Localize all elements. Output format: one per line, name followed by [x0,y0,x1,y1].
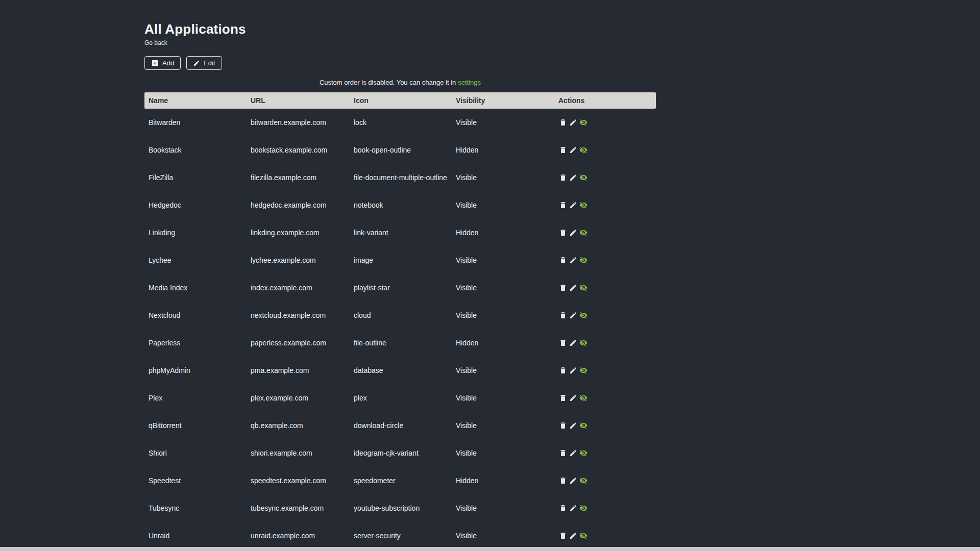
app-visibility: Visible [452,164,554,191]
pencil-icon[interactable] [569,366,577,375]
trash-icon[interactable] [558,504,567,513]
header-name: Name [144,92,247,109]
app-icon-name: playlist-star [350,274,452,302]
header-visibility: Visibility [452,92,554,109]
row-actions [558,361,652,380]
trash-icon[interactable] [558,118,567,127]
pencil-icon[interactable] [569,394,577,403]
pencil-icon[interactable] [569,229,577,237]
app-visibility: Visible [452,439,554,467]
app-icon-name: link-variant [350,219,452,246]
eye-off-icon[interactable] [579,173,587,182]
eye-off-icon[interactable] [579,394,587,403]
app-url: tubesync.example.com [247,494,350,522]
app-url: hedgedoc.example.com [247,191,350,219]
app-url: lychee.example.com [247,246,350,274]
trash-icon[interactable] [558,394,567,403]
app-name: Media Index [144,274,247,302]
trash-icon[interactable] [558,449,567,458]
app-name: Unraid [144,522,247,549]
app-url: speedtest.example.com [247,467,350,494]
eye-off-icon[interactable] [579,504,587,513]
row-actions [558,444,652,462]
row-actions [558,168,652,187]
table-row: Shiori shiori.example.com ideogram-cjk-v… [144,439,656,467]
pencil-icon[interactable] [569,118,577,127]
app-visibility: Visible [452,357,554,384]
app-icon-name: speedometer [350,467,452,494]
table-row: Nextcloud nextcloud.example.com cloud Vi… [144,302,656,329]
table-row: Bookstack bookstack.example.com book-ope… [144,136,656,164]
pencil-icon[interactable] [569,256,577,265]
app-name: qBittorrent [144,412,247,439]
app-name: Hedgedoc [144,191,247,219]
app-url: shiori.example.com [247,439,350,467]
trash-icon[interactable] [558,339,567,347]
app-visibility: Visible [452,302,554,329]
pencil-icon[interactable] [569,477,577,485]
eye-off-icon[interactable] [579,146,587,155]
eye-off-icon[interactable] [579,477,587,485]
app-icon-name: plex [350,384,452,412]
row-actions [558,527,652,545]
app-visibility: Visible [452,274,554,302]
eye-off-icon[interactable] [579,532,587,540]
eye-off-icon[interactable] [579,118,587,127]
trash-icon[interactable] [558,532,567,540]
trash-icon[interactable] [558,256,567,265]
app-name: phpMyAdmin [144,357,247,384]
pencil-icon[interactable] [569,311,577,320]
app-icon-name: database [350,357,452,384]
eye-off-icon[interactable] [579,201,587,210]
table-row: Tubesync tubesync.example.com youtube-su… [144,494,656,522]
app-url: bookstack.example.com [247,136,350,164]
table-row: Media Index index.example.com playlist-s… [144,274,656,302]
trash-icon[interactable] [558,201,567,210]
eye-off-icon[interactable] [579,256,587,265]
add-button[interactable]: Add [144,56,181,70]
row-actions [558,499,652,517]
app-visibility: Visible [452,522,554,549]
trash-icon[interactable] [558,311,567,320]
pencil-icon[interactable] [569,421,577,430]
eye-off-icon[interactable] [579,229,587,237]
pencil-icon[interactable] [569,449,577,458]
app-name: Paperless [144,329,247,357]
trash-icon[interactable] [558,229,567,237]
trash-icon[interactable] [558,284,567,292]
pencil-icon[interactable] [569,504,577,513]
app-visibility: Hidden [452,467,554,494]
eye-off-icon[interactable] [579,311,587,320]
eye-off-icon[interactable] [579,366,587,375]
pencil-icon[interactable] [569,532,577,540]
app-name: Speedtest [144,467,247,494]
app-icon-name: image [350,246,452,274]
eye-off-icon[interactable] [579,339,587,347]
table-row: Paperless paperless.example.com file-out… [144,329,656,357]
app-name: Shiori [144,439,247,467]
eye-off-icon[interactable] [579,421,587,430]
pencil-icon[interactable] [569,146,577,155]
horizontal-scrollbar[interactable] [0,547,980,551]
edit-button[interactable]: Edit [186,56,222,70]
pencil-icon[interactable] [569,339,577,347]
trash-icon[interactable] [558,421,567,430]
table-body: Bitwarden bitwarden.example.com lock Vis… [144,109,656,549]
trash-icon[interactable] [558,173,567,182]
settings-link[interactable]: settings [458,79,481,86]
app-name: Nextcloud [144,302,247,329]
eye-off-icon[interactable] [579,449,587,458]
trash-icon[interactable] [558,146,567,155]
app-url: linkding.example.com [247,219,350,246]
header-url: URL [247,92,350,109]
go-back-link[interactable]: Go back [144,39,167,46]
app-icon-name: cloud [350,302,452,329]
pencil-icon[interactable] [569,201,577,210]
pencil-icon[interactable] [569,173,577,182]
trash-icon[interactable] [558,477,567,485]
trash-icon[interactable] [558,366,567,375]
eye-off-icon[interactable] [579,284,587,292]
plus-box-icon [151,59,159,67]
pencil-icon[interactable] [569,284,577,292]
app-visibility: Visible [452,494,554,522]
